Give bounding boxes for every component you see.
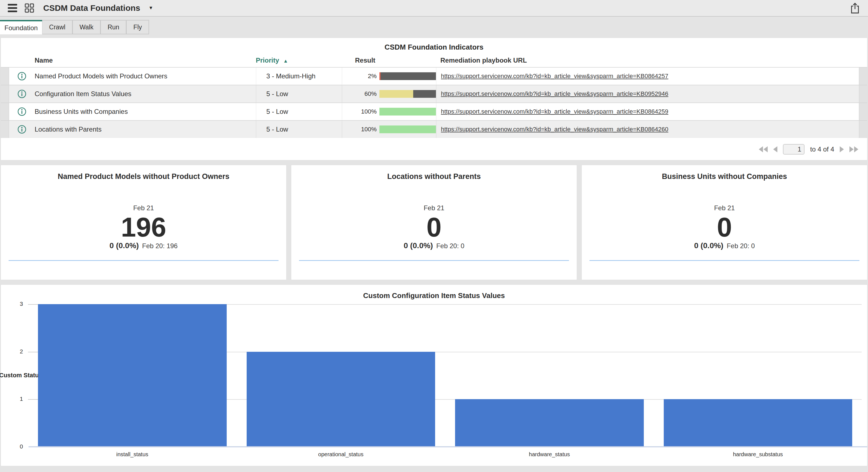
- scorecard-title: Business Units without Companies: [582, 165, 867, 181]
- scorecard-sparkline: [8, 260, 279, 261]
- scorecard-previous: Feb 20: 196: [142, 242, 178, 250]
- x-tick-label: hardware_substatus: [664, 451, 852, 458]
- info-icon[interactable]: [9, 125, 35, 134]
- tab-crawl[interactable]: Crawl: [42, 20, 72, 34]
- chart-plot-area: 3 2 1 0 Custom Status Value Count instal…: [1, 304, 867, 447]
- pagination: to 4 of 4: [1, 138, 867, 157]
- previous-page-button[interactable]: [773, 146, 777, 153]
- scorecard-delta: 0 (0.0%): [694, 241, 723, 250]
- result-percent-label: 2%: [368, 73, 377, 80]
- tab-run[interactable]: Run: [101, 20, 126, 34]
- app-grid-icon[interactable]: [24, 3, 34, 13]
- y-tick-label: 2: [3, 348, 23, 355]
- indicator-result: 2%: [342, 68, 436, 85]
- bar-hardware-substatus[interactable]: [664, 399, 852, 447]
- remediation-link[interactable]: https://support.servicenow.com/kb?id=kb_…: [441, 126, 669, 133]
- table-row: Named Product Models with Product Owners…: [1, 67, 867, 85]
- y-tick-label: 3: [3, 301, 23, 307]
- remediation-link[interactable]: https://support.servicenow.com/kb?id=kb_…: [441, 73, 669, 80]
- table-title: CSDM Foundation Indicators: [1, 38, 867, 52]
- bar-install-status[interactable]: [38, 304, 227, 447]
- result-bar: [379, 126, 436, 133]
- scorecard-locations: Locations without Parents Feb 21 0 0 (0.…: [291, 165, 577, 280]
- last-page-button[interactable]: [849, 146, 858, 153]
- result-bar: [379, 108, 436, 115]
- x-tick-label: operational_status: [247, 451, 435, 458]
- indicator-result: 100%: [342, 121, 436, 138]
- scorecard-delta: 0 (0.0%): [404, 241, 433, 250]
- table-row: Locations with Parents 5 - Low 100% http…: [1, 120, 867, 138]
- x-tick-label: hardware_status: [455, 451, 644, 458]
- table-header-row: Name Priority ▲ Result Remediation playb…: [1, 54, 867, 67]
- indicator-result: 100%: [342, 103, 436, 120]
- scorecard-date: Feb 21: [582, 204, 867, 212]
- scorecard-business-units: Business Units without Companies Feb 21 …: [582, 165, 867, 280]
- indicator-name: Named Product Models with Product Owners: [35, 72, 256, 80]
- x-axis-line: [29, 446, 867, 447]
- y-tick-label: 0: [3, 443, 23, 450]
- scorecard-delta: 0 (0.0%): [110, 241, 139, 250]
- hamburger-menu-icon[interactable]: [8, 4, 17, 12]
- table-row: Configuration Item Status Values 5 - Low…: [1, 85, 867, 102]
- next-page-button[interactable]: [840, 146, 844, 153]
- indicator-name: Locations with Parents: [35, 126, 256, 133]
- dashboard-tabs: Foundation Crawl Walk Run Fly: [0, 20, 868, 34]
- table-row: Business Units with Companies 5 - Low 10…: [1, 102, 867, 120]
- indicator-priority: 5 - Low: [256, 103, 342, 120]
- column-header-result[interactable]: Result: [342, 57, 436, 64]
- x-axis-labels: install_status operational_status hardwa…: [38, 451, 852, 458]
- chart-bars: [38, 304, 852, 447]
- column-header-remediation-url[interactable]: Remediation playbook URL: [436, 57, 859, 64]
- info-icon[interactable]: [9, 107, 35, 116]
- indicator-priority: 3 - Medium-High: [256, 68, 342, 85]
- remediation-link[interactable]: https://support.servicenow.com/kb?id=kb_…: [441, 108, 669, 115]
- scorecard-sparkline: [589, 260, 860, 261]
- result-percent-label: 60%: [365, 90, 377, 98]
- column-header-priority[interactable]: Priority ▲: [256, 57, 342, 64]
- indicator-result: 60%: [342, 85, 436, 102]
- custom-ci-status-values-chart: Custom Configuration Item Status Values …: [1, 284, 867, 466]
- scorecard-value[interactable]: 0: [582, 213, 867, 241]
- pagination-range-label: to 4 of 4: [810, 145, 834, 153]
- tab-walk[interactable]: Walk: [72, 20, 101, 34]
- y-axis-title: Custom Status Value Count: [0, 372, 27, 379]
- result-percent-label: 100%: [361, 126, 377, 133]
- y-tick-label: 1: [3, 396, 23, 402]
- chart-title: Custom Configuration Item Status Values: [1, 285, 867, 300]
- scorecard-date: Feb 21: [1, 204, 286, 212]
- scorecard-title: Named Product Models without Product Own…: [1, 165, 286, 181]
- scorecard-date: Feb 21: [291, 204, 577, 212]
- indicator-name: Business Units with Companies: [35, 108, 256, 115]
- result-bar: [379, 90, 436, 98]
- scorecards-row: Named Product Models without Product Own…: [1, 165, 867, 280]
- tab-fly[interactable]: Fly: [126, 20, 149, 34]
- info-icon[interactable]: [9, 72, 35, 80]
- first-page-button[interactable]: [759, 146, 768, 153]
- app-header: CSDM Data Foundations ▼: [0, 0, 868, 16]
- result-bar: [379, 72, 436, 80]
- scorecard-sparkline: [299, 260, 569, 261]
- scorecard-title: Locations without Parents: [291, 165, 577, 181]
- info-icon[interactable]: [9, 90, 35, 98]
- indicator-name: Configuration Item Status Values: [35, 90, 256, 98]
- scorecard-value[interactable]: 196: [1, 213, 286, 241]
- indicator-priority: 5 - Low: [256, 121, 342, 138]
- dashboard-title: CSDM Data Foundations: [43, 3, 140, 13]
- scorecard-named-product-models: Named Product Models without Product Own…: [1, 165, 286, 280]
- indicator-priority: 5 - Low: [256, 85, 342, 102]
- scorecard-value[interactable]: 0: [291, 213, 577, 241]
- sort-ascending-icon: ▲: [283, 58, 288, 64]
- result-percent-label: 100%: [361, 108, 377, 115]
- tab-foundation[interactable]: Foundation: [0, 20, 42, 34]
- dashboard-picker-caret-icon[interactable]: ▼: [149, 5, 153, 11]
- page-number-input[interactable]: [783, 144, 805, 155]
- bar-hardware-status[interactable]: [455, 399, 644, 447]
- scorecard-previous: Feb 20: 0: [436, 242, 464, 250]
- foundation-indicators-widget: CSDM Foundation Indicators Name Priority…: [1, 38, 867, 160]
- scorecard-previous: Feb 20: 0: [727, 242, 755, 250]
- column-header-name[interactable]: Name: [35, 57, 256, 64]
- share-icon[interactable]: [850, 2, 860, 14]
- bar-operational-status[interactable]: [247, 352, 435, 447]
- x-tick-label: install_status: [38, 451, 227, 458]
- remediation-link[interactable]: https://support.servicenow.com/kb?id=kb_…: [441, 90, 669, 98]
